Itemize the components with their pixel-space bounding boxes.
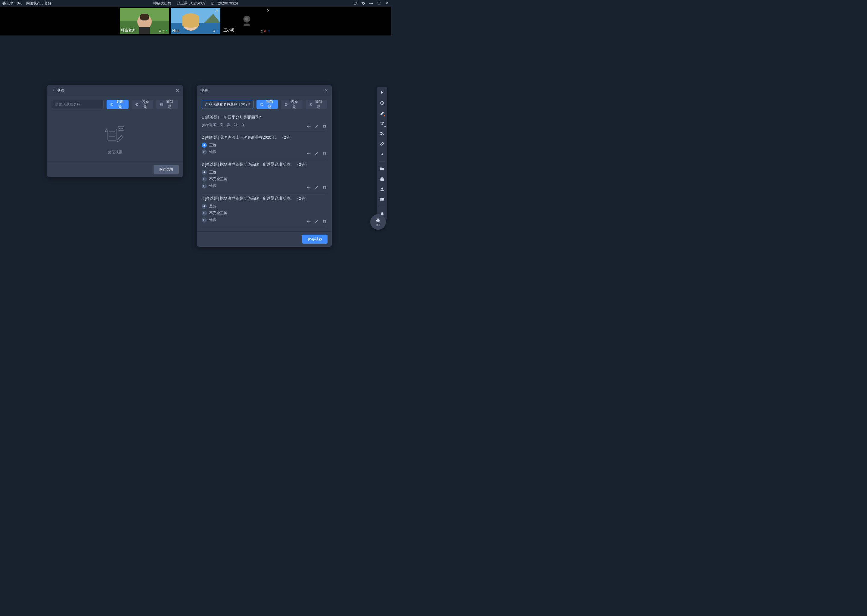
move-tool-icon[interactable] xyxy=(379,100,385,106)
svg-rect-15 xyxy=(218,30,218,31)
video-name: 叮当老师 xyxy=(121,28,136,33)
option-bullet: C xyxy=(202,184,207,189)
chat-icon[interactable] xyxy=(379,196,385,203)
svg-rect-5 xyxy=(139,27,150,34)
question-title: 2 [判断题] 我国宪法上一次更新是在2020年。 （2分） xyxy=(202,135,327,140)
empty-state: 暂无试题 xyxy=(52,112,178,162)
question-item: 4 [多选题] 施华洛世奇是反华品牌，所以梁鼎琪反华。 （2分）A是的B不完全正… xyxy=(202,193,327,227)
video-close-icon[interactable]: ✕ xyxy=(216,9,219,13)
webcam-small-icon xyxy=(212,29,216,33)
video-close-icon[interactable]: ✕ xyxy=(267,9,270,13)
option-text: 是的 xyxy=(209,204,216,209)
question-item: 2 [判断题] 我国宪法上一次更新是在2020年。 （2分）A正确B错误 xyxy=(202,132,327,159)
svg-rect-20 xyxy=(268,30,269,31)
question-tools xyxy=(306,219,327,224)
svg-point-7 xyxy=(159,30,161,31)
hand-icon xyxy=(375,217,381,223)
svg-rect-34 xyxy=(261,103,263,105)
edit-question-icon[interactable] xyxy=(314,151,319,156)
cursor-tool-icon[interactable] xyxy=(379,90,385,96)
session-id: ID：2020070324 xyxy=(211,1,238,6)
video-strip: 叮当老师 ✕ Nina ✕ 王小明 xyxy=(0,6,391,36)
svg-rect-42 xyxy=(380,178,383,181)
pen-tool-icon[interactable] xyxy=(379,110,385,116)
move-question-icon[interactable] xyxy=(306,219,311,224)
video-tile[interactable]: 叮当老师 xyxy=(120,8,169,34)
option-bullet: A xyxy=(202,204,207,209)
choice-button[interactable]: 选择题 xyxy=(281,100,302,109)
judge-button[interactable]: 判断题 xyxy=(107,100,129,109)
mic-icon xyxy=(165,29,168,33)
short-answer-button[interactable]: 简答题 xyxy=(306,100,327,109)
scissors-tool-icon[interactable] xyxy=(379,130,385,137)
move-question-icon[interactable] xyxy=(306,124,311,129)
eraser-tool-icon[interactable] xyxy=(379,141,385,147)
packet-loss: 丢包率：0% xyxy=(2,1,22,6)
fullscreen-icon[interactable] xyxy=(377,1,381,5)
video-tile[interactable]: ✕ Nina xyxy=(171,8,221,34)
quiz-name-input[interactable] xyxy=(52,100,104,109)
delete-question-icon[interactable] xyxy=(322,151,327,156)
svg-rect-21 xyxy=(111,103,113,105)
delete-question-icon[interactable] xyxy=(322,185,327,190)
svg-point-39 xyxy=(380,132,382,133)
option-text: 错误 xyxy=(209,217,216,223)
question-option[interactable]: A正确 xyxy=(202,170,327,175)
svg-point-41 xyxy=(381,153,383,155)
option-text: 正确 xyxy=(209,143,216,148)
judge-button[interactable]: 判断题 xyxy=(257,100,278,109)
mic-icon xyxy=(216,29,219,33)
save-quiz-button[interactable]: 保存试卷 xyxy=(153,165,179,174)
dot-tool-icon[interactable] xyxy=(379,151,385,157)
mic-icon xyxy=(268,29,270,33)
toolbox-icon[interactable] xyxy=(379,176,385,182)
move-question-icon[interactable] xyxy=(306,185,311,190)
question-option[interactable]: A是的 xyxy=(202,204,327,209)
hand-count: 0/2 xyxy=(376,223,380,227)
text-tool-icon[interactable] xyxy=(379,120,385,126)
delete-question-icon[interactable] xyxy=(322,219,327,224)
video-name: 王小明 xyxy=(223,28,234,33)
save-quiz-button[interactable]: 保存试卷 xyxy=(302,235,328,244)
mic-level-icon xyxy=(261,30,263,33)
short-answer-button[interactable]: 简答题 xyxy=(156,100,178,109)
move-question-icon[interactable] xyxy=(306,151,311,156)
question-option[interactable]: B不完全正确 xyxy=(202,176,327,182)
svg-point-14 xyxy=(213,30,214,31)
delete-question-icon[interactable] xyxy=(322,124,327,129)
svg-rect-26 xyxy=(108,129,117,140)
course-title: 神秘大自然 xyxy=(153,1,171,6)
svg-rect-0 xyxy=(354,2,356,5)
close-icon[interactable]: ✕ xyxy=(175,88,180,93)
folder-icon[interactable] xyxy=(379,166,385,172)
close-icon[interactable]: ✕ xyxy=(324,88,328,93)
option-bullet: B xyxy=(202,176,207,182)
video-tile[interactable]: ✕ 王小明 xyxy=(222,8,271,34)
quiz-name-input[interactable] xyxy=(202,100,254,109)
minimize-icon[interactable]: — xyxy=(369,1,373,5)
quiz-panel-list: 测验 ✕ 判断题 选择题 简答题 1 [简答题] 一年四季分别是哪四季?参考答案… xyxy=(197,85,332,247)
svg-point-43 xyxy=(381,187,383,189)
close-window-icon[interactable]: ✕ xyxy=(385,1,389,5)
question-option[interactable]: B不完全正确 xyxy=(202,211,327,216)
option-text: 错误 xyxy=(209,184,216,189)
video-name: Nina xyxy=(172,28,180,33)
raise-hand-button[interactable]: 0/2 xyxy=(370,214,386,230)
person-icon[interactable] xyxy=(379,186,385,192)
svg-point-40 xyxy=(380,134,382,135)
edit-question-icon[interactable] xyxy=(314,124,319,129)
empty-label: 暂无试题 xyxy=(108,150,122,155)
back-icon[interactable]: 〈 xyxy=(50,88,55,93)
option-text: 错误 xyxy=(209,149,216,155)
edit-question-icon[interactable] xyxy=(314,219,319,224)
option-bullet: B xyxy=(202,211,207,216)
settings-icon[interactable] xyxy=(361,1,366,5)
question-option[interactable]: A正确 xyxy=(202,143,327,148)
option-bullet: A xyxy=(202,143,207,148)
top-bar: 丢包率：0% 网络状态：良好 神秘大自然 已上课：02:34:09 ID：202… xyxy=(0,0,391,6)
edit-question-icon[interactable] xyxy=(314,185,319,190)
question-tools xyxy=(306,124,327,129)
question-title: 3 [单选题] 施华洛世奇是反华品牌，所以梁鼎琪反华。 （2分） xyxy=(202,162,327,167)
choice-button[interactable]: 选择题 xyxy=(132,100,153,109)
record-icon[interactable] xyxy=(353,1,358,5)
